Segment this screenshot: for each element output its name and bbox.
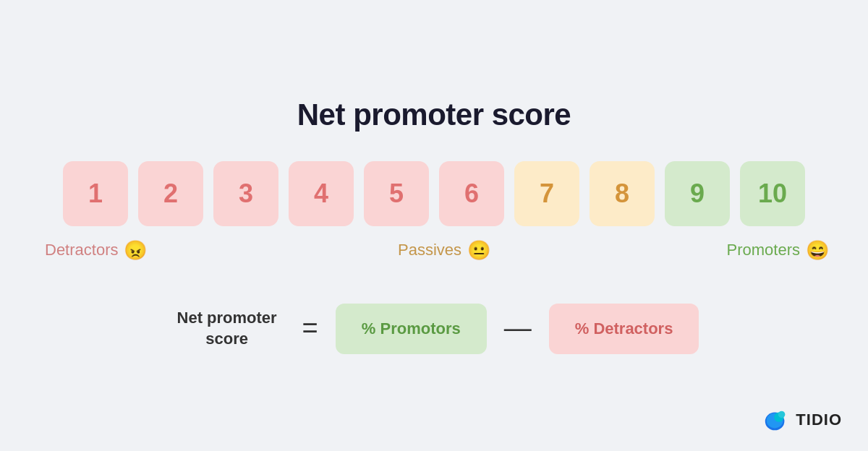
tidio-brand-name: TIDIO xyxy=(796,411,842,429)
watermark: TIDIO xyxy=(762,406,842,434)
score-box-6: 6 xyxy=(439,161,504,226)
score-box-2: 2 xyxy=(138,161,203,226)
detractors-label: Detractors 😠 xyxy=(45,239,147,262)
score-box-4: 4 xyxy=(289,161,354,226)
formula-label: Net promoter score xyxy=(169,308,285,349)
score-box-7: 7 xyxy=(514,161,579,226)
main-container: Net promoter score 12345678910 Detractor… xyxy=(36,98,832,354)
score-box-5: 5 xyxy=(364,161,429,226)
tidio-logo: TIDIO xyxy=(762,406,842,434)
promoters-text: Promoters xyxy=(727,241,800,259)
detractors-formula-box: % Detractors xyxy=(549,304,699,354)
passives-text: Passives xyxy=(398,241,461,259)
promoters-emoji: 😄 xyxy=(806,239,829,262)
passives-emoji: 😐 xyxy=(467,239,490,262)
page-title: Net promoter score xyxy=(297,98,571,132)
passives-label: Passives 😐 xyxy=(398,239,490,262)
equals-sign: = xyxy=(302,313,318,344)
score-box-3: 3 xyxy=(213,161,278,226)
promotors-formula-box: % Promotors xyxy=(336,304,487,354)
tidio-icon xyxy=(762,406,790,434)
formula-row: Net promoter score = % Promotors — % Det… xyxy=(169,304,699,354)
score-box-8: 8 xyxy=(590,161,655,226)
score-box-9: 9 xyxy=(665,161,730,226)
labels-row: Detractors 😠 Passives 😐 Promoters 😄 xyxy=(36,239,832,262)
score-box-1: 1 xyxy=(63,161,128,226)
detractors-text: Detractors xyxy=(45,241,118,259)
score-boxes-row: 12345678910 xyxy=(63,161,805,226)
minus-sign: — xyxy=(504,313,532,344)
score-box-10: 10 xyxy=(740,161,805,226)
svg-point-3 xyxy=(778,411,786,418)
promoters-label: Promoters 😄 xyxy=(727,239,829,262)
detractors-emoji: 😠 xyxy=(124,239,147,262)
